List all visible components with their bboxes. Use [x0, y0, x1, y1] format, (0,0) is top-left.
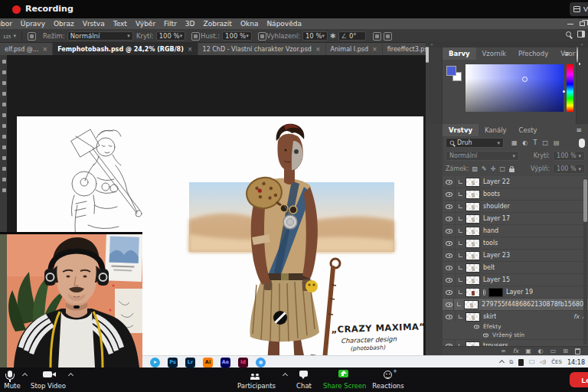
layer-thumbnail[interactable] [466, 202, 480, 211]
layer-thumbnail[interactable] [464, 300, 479, 309]
scrollbar-thumb[interactable] [583, 179, 587, 222]
menu-item[interactable]: Nápověda [266, 20, 302, 28]
leave-button[interactable]: Leave [570, 372, 588, 387]
flow-select[interactable]: 100 %▾ [222, 31, 252, 41]
app-icon[interactable]: Ps [168, 358, 178, 368]
new-layer-icon[interactable]: ⊞ [563, 348, 568, 355]
stop-video-button[interactable]: Stop Video [31, 368, 64, 392]
panel-menu-icon[interactable]: ≡ [564, 50, 574, 57]
layer-name[interactable]: Layer 15 [483, 276, 510, 283]
layer-name[interactable]: 279755f4486862130878fb15680cc855 [482, 301, 585, 308]
visibility-toggle[interactable] [446, 311, 456, 322]
colors-panel-tab[interactable]: Přechody [512, 47, 554, 60]
document-tab[interactable]: Animal I.psd × [326, 43, 383, 55]
participants-button[interactable]: Participants [234, 368, 279, 392]
layers-panel-tab[interactable]: Cesty [513, 124, 544, 136]
layer-thumbnail[interactable] [466, 276, 480, 285]
app-icon[interactable]: Ae [220, 358, 230, 368]
participants-chevron-icon[interactable] [283, 373, 288, 378]
layer-row[interactable]: skirt fx▴ Efekty Vržený stín [443, 311, 588, 340]
layer-name[interactable]: hand [483, 227, 498, 234]
foreground-color-swatch[interactable] [446, 66, 456, 76]
layer-thumbnail[interactable] [466, 190, 480, 199]
menu-item[interactable]: Zobrazit [204, 20, 232, 28]
lock-icons[interactable]: ▨✎✢□ [472, 165, 514, 172]
layer-name[interactable]: shoulder [483, 203, 510, 210]
menu-item[interactable]: Úpravy [21, 20, 45, 28]
layer-thumbnail[interactable] [466, 251, 480, 260]
pressure-size-icon[interactable] [384, 32, 392, 41]
add-mask-icon[interactable]: ▣ [525, 348, 531, 355]
saturation-brightness-field[interactable] [466, 64, 564, 112]
visibility-toggle[interactable] [446, 286, 456, 298]
eye-icon[interactable] [483, 333, 488, 337]
document-tab[interactable]: Femphotobash.psd @ 24,2% (RGB/8) × [53, 43, 198, 55]
layers-panel-tab[interactable]: Kanály [479, 124, 513, 136]
colors-panel-tab[interactable]: Barvy [443, 47, 476, 60]
reactions-button[interactable]: + Reactions [371, 368, 406, 392]
language-indicator[interactable]: ČES [551, 359, 562, 365]
collapsed-panels-strip[interactable] [426, 47, 443, 124]
menu-item[interactable]: Výběr [136, 20, 155, 28]
lightbulb-icon[interactable] [577, 47, 578, 63]
smoothing-gear-icon[interactable]: ✱ [330, 32, 336, 40]
layer-thumbnail[interactable] [466, 288, 480, 297]
layer-style-icon[interactable]: fx [513, 348, 519, 355]
smoothing-select[interactable]: 10 %▾ [302, 31, 328, 41]
layer-name[interactable]: Layer 19 [506, 289, 533, 296]
menu-item[interactable]: Okna [240, 20, 259, 28]
visibility-toggle[interactable] [446, 188, 456, 200]
brush-angle-field[interactable]: ∠ 0° [338, 31, 366, 41]
layers-panel-tab[interactable]: Vrstvy [443, 124, 479, 136]
tool-icon[interactable] [2, 92, 6, 96]
restore-icon[interactable] [580, 21, 585, 26]
tool-icon[interactable] [2, 145, 6, 149]
app-icon[interactable]: ● [256, 358, 266, 368]
menu-item[interactable]: Text [113, 20, 127, 28]
layer-thumbnail[interactable] [466, 214, 480, 224]
chevron-up-icon[interactable] [499, 359, 505, 364]
video-options-chevron-icon[interactable] [68, 373, 74, 378]
dock-collapse-bar[interactable]: «» [426, 41, 588, 47]
layer-row[interactable]: boots fx▴ Efekty Vržený stín [443, 188, 588, 201]
filter-toggle-icon[interactable] [579, 139, 585, 148]
tool-icon[interactable] [2, 60, 6, 64]
colors-panel-tab[interactable]: Vzorník [476, 47, 513, 60]
layer-mask-thumbnail[interactable] [488, 288, 503, 297]
layer-thumbnail[interactable] [466, 227, 480, 236]
tool-icon[interactable] [2, 178, 6, 181]
layer-filter-icons[interactable]: ▦◐T□▤ [511, 139, 560, 146]
display-icon[interactable]: 🖵 [529, 359, 534, 365]
blend-mode-select[interactable]: Normální▾ [67, 31, 133, 41]
menu-item[interactable]: Obraz [54, 20, 74, 28]
eye-icon[interactable] [474, 325, 479, 328]
share-screen-button[interactable]: Share Screen [323, 368, 364, 392]
tool-icon[interactable] [2, 103, 6, 106]
layer-name[interactable]: skirt [483, 313, 496, 320]
tool-icon[interactable] [2, 113, 6, 117]
layer-name[interactable]: Layer 23 [483, 252, 510, 259]
tool-icon[interactable] [2, 81, 6, 85]
adjustment-layer-icon[interactable]: ◐ [538, 348, 544, 355]
document-tab[interactable]: 12 ChD - Vlastní charakter Vzor.psd × [198, 43, 326, 55]
opacity-select[interactable]: 100 %▾ [156, 31, 186, 41]
symmetry-icon[interactable] [373, 32, 381, 41]
tool-icon[interactable] [2, 135, 6, 139]
brush-preset-picker[interactable]: 125 [3, 32, 11, 40]
layer-name[interactable]: Layer 17 [483, 215, 510, 222]
chat-button[interactable]: Chat [292, 368, 315, 392]
layer-row[interactable]: belt fx▴ Efekty Vržený stín [443, 262, 588, 274]
layer-row[interactable]: Layer 19 fx▴ Efekty Vržený stín [443, 286, 588, 299]
tool-icon[interactable] [2, 167, 6, 171]
layer-name[interactable]: tools [483, 240, 498, 247]
menu-item[interactable]: Filtr [164, 20, 177, 28]
app-icon[interactable]: Id [238, 358, 248, 368]
libraries-strip[interactable] [576, 47, 588, 124]
layer-row[interactable]: Layer 22 fx▴ Efekty Vržený stín [443, 176, 588, 188]
close-tab-icon[interactable]: × [315, 46, 321, 53]
visibility-toggle[interactable] [446, 213, 456, 224]
layer-name[interactable]: boots [483, 191, 500, 198]
speaker-icon[interactable]: ◁) [540, 359, 546, 365]
foreground-background-swatches[interactable] [446, 66, 463, 83]
app-icon[interactable]: ➤ [150, 358, 160, 368]
